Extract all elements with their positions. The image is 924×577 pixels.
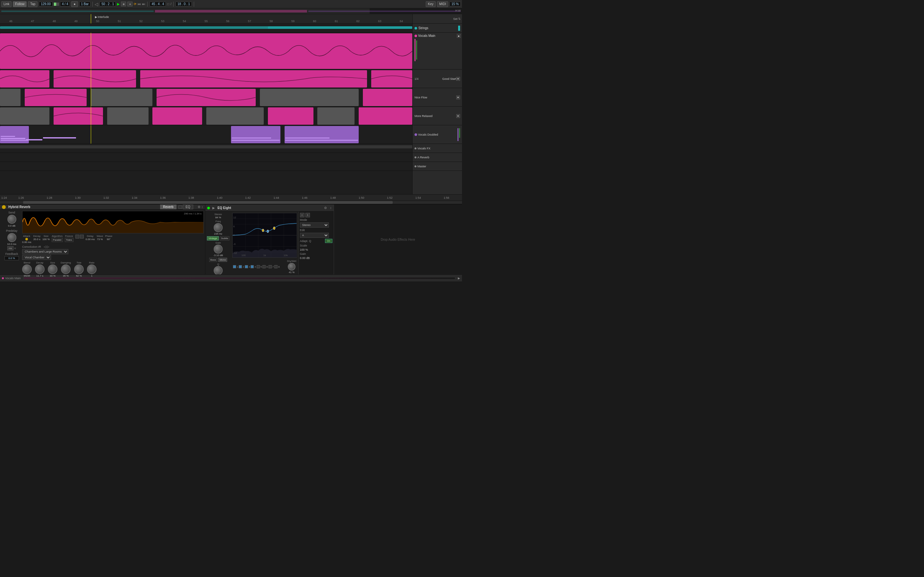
nf-clip1 <box>25 89 87 106</box>
record-icon[interactable]: ● <box>128 2 132 6</box>
set-label[interactable]: Set <box>453 17 457 21</box>
band5-check[interactable] <box>257 265 260 268</box>
timeline-scroll[interactable]: ▶Interlude 46 47 48 49 50 51 52 53 54 55 <box>0 14 412 23</box>
band3-check[interactable] <box>245 265 248 268</box>
nice-flow-content[interactable] <box>0 88 412 106</box>
metronome[interactable]: / <box>170 2 171 6</box>
damping-knob[interactable] <box>61 264 71 274</box>
reverb-panel: Hybrid Reverb Reverb EQ ⚙ ↕ Send 0.0 dB <box>0 205 205 274</box>
eq-header: ▶ EQ Eight ⚙ ↕ <box>205 205 334 211</box>
forward-icon[interactable]: ⏭ <box>142 2 145 6</box>
vd-level <box>457 128 459 141</box>
on-button[interactable]: On <box>325 239 333 243</box>
band1-check[interactable] <box>233 265 236 268</box>
eq-freq-knob[interactable] <box>214 223 223 232</box>
position[interactable]: 50 . 2 . 1 <box>99 2 116 6</box>
key-button[interactable]: Key <box>426 1 436 7</box>
predelay-knob[interactable] <box>7 233 16 242</box>
reverb-close[interactable]: ↕ <box>202 205 203 209</box>
record-mode[interactable]: ● <box>71 1 78 7</box>
conv-preset-select[interactable]: Vocal Chamber <box>22 255 51 260</box>
prev-icon[interactable]: ◁ <box>95 2 98 7</box>
minimap[interactable]: H W <box>0 8 462 14</box>
bottom-track-name: Vocals Main <box>5 277 21 280</box>
blend-knob[interactable] <box>22 264 32 274</box>
time-sig[interactable]: 4 / 4 <box>60 2 70 6</box>
decay-label-r: Decay <box>33 235 40 237</box>
algorithm-val[interactable]: Parallel <box>52 238 63 242</box>
edit-select[interactable]: A <box>300 233 329 238</box>
freeze-icon2[interactable] <box>80 235 84 239</box>
mr-scene[interactable]: ■ <box>456 114 460 118</box>
reverb-tab[interactable]: Reverb <box>160 205 176 210</box>
play-icon[interactable]: ▶ <box>117 2 120 6</box>
midi-button[interactable]: MIDI <box>437 1 448 7</box>
predelay-mode[interactable]: ≈ <box>15 247 16 250</box>
eq-tab-btn[interactable]: EQ <box>183 205 193 210</box>
eq-gain-knob[interactable] <box>214 245 223 253</box>
blend-decay-knob[interactable] <box>35 264 45 274</box>
band2-check[interactable] <box>239 265 242 268</box>
nf-scene[interactable]: ■ <box>456 95 460 99</box>
conv-next[interactable]: ▷ <box>47 245 49 248</box>
vintage-val[interactable]: Subtle <box>220 236 230 240</box>
h-scrollbar[interactable] <box>0 201 462 204</box>
rate-knob[interactable] <box>87 264 97 274</box>
vocals-doubled-content[interactable] <box>0 125 412 143</box>
freeze-val[interactable]: Tides <box>65 238 73 242</box>
strings-content[interactable] <box>0 24 412 32</box>
conv-prev[interactable]: ◁ <box>44 245 46 248</box>
band4-check[interactable] <box>250 265 254 268</box>
t54: 54 <box>183 19 186 23</box>
eq-settings[interactable]: ⚙ <box>324 206 327 210</box>
loop-length[interactable]: 18 . 0 . 1 <box>176 2 192 6</box>
feedback-val[interactable]: 0.0 % <box>5 256 19 260</box>
dry-wet-knob[interactable] <box>288 263 296 271</box>
follow-button[interactable]: Follow <box>13 1 27 7</box>
a-reverb-content[interactable] <box>0 153 412 161</box>
vintage-btn[interactable]: Vintage <box>207 236 219 240</box>
gs-scene[interactable]: ■ <box>456 77 460 81</box>
blend-size-knob[interactable] <box>48 264 57 274</box>
h-label[interactable]: H <box>455 9 457 12</box>
eq-expand[interactable]: ↕ <box>330 206 332 210</box>
loop-icon[interactable]: ⟳ <box>134 2 136 6</box>
eq-icon1[interactable]: ⎍ <box>300 213 304 218</box>
band7-check[interactable] <box>268 265 272 268</box>
send-knob[interactable] <box>7 215 16 224</box>
vocals-scene-btn[interactable]: ■ <box>457 34 461 38</box>
a-reverb-label: A Reverb <box>417 156 429 159</box>
tide-knob[interactable] <box>74 264 84 274</box>
good-start-content[interactable] <box>0 69 412 88</box>
rate-label: Rate <box>89 261 95 264</box>
tap-button[interactable]: Tap <box>28 1 37 7</box>
bpm-display[interactable]: 129.00 <box>39 2 53 6</box>
stop-icon[interactable]: ■ <box>121 2 126 6</box>
mode-select[interactable]: Stereo <box>300 222 329 227</box>
bar-size[interactable]: 1 Bar <box>79 2 91 6</box>
band8-check[interactable] <box>274 265 278 268</box>
ms-btn[interactable]: ms <box>7 246 13 250</box>
freeze-icon1[interactable] <box>75 235 79 239</box>
eq-body: Stereo 84 % Freq 235 Hz Vintage Subtle G… <box>205 211 334 274</box>
more-relaxed-content[interactable] <box>0 107 412 125</box>
link-button[interactable]: Link <box>1 1 11 7</box>
eq-q-knob[interactable] <box>214 266 223 274</box>
eq-icon2[interactable]: ⌇ <box>305 213 310 218</box>
w-label[interactable]: W <box>458 9 461 12</box>
mode-label: Mode <box>300 218 333 221</box>
vocals-fx-content[interactable] <box>0 144 412 153</box>
scene-arrows[interactable]: ⇅ <box>458 17 461 21</box>
back-icon[interactable]: ⏮ <box>137 2 141 6</box>
vocals-main-content[interactable] <box>0 33 412 69</box>
end-position[interactable]: 45 . 4 . 4 <box>150 2 166 6</box>
vd-playhead <box>91 125 91 143</box>
master-content[interactable] <box>0 162 412 171</box>
reverb-settings[interactable]: ⚙ <box>198 205 200 209</box>
bass-val[interactable]: Mono <box>218 258 227 262</box>
loop-mode[interactable]: □ <box>167 2 169 6</box>
band6-check[interactable] <box>262 265 266 268</box>
track-sidebar: Strings Vocals Main ■ <box>412 24 462 194</box>
conv-room-select[interactable]: Chambers and Large Rooms <box>22 249 68 254</box>
drop-label: Drop Audio Effects Here <box>381 238 415 242</box>
